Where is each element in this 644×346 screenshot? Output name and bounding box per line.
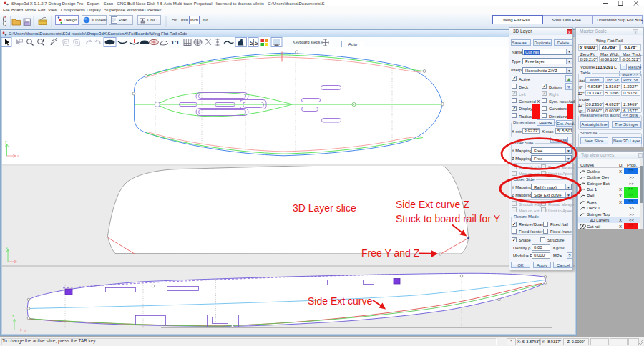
svg-text:z: z: [12, 314, 14, 318]
svg-text:z: z: [6, 245, 9, 249]
svg-text:S: S: [250, 39, 254, 46]
svg-text:x: x: [24, 328, 26, 332]
svg-text:x: x: [17, 154, 19, 158]
svg-text:S: S: [254, 39, 258, 46]
svg-text:y: y: [5, 139, 7, 144]
svg-text:1:1: 1:1: [171, 39, 180, 46]
